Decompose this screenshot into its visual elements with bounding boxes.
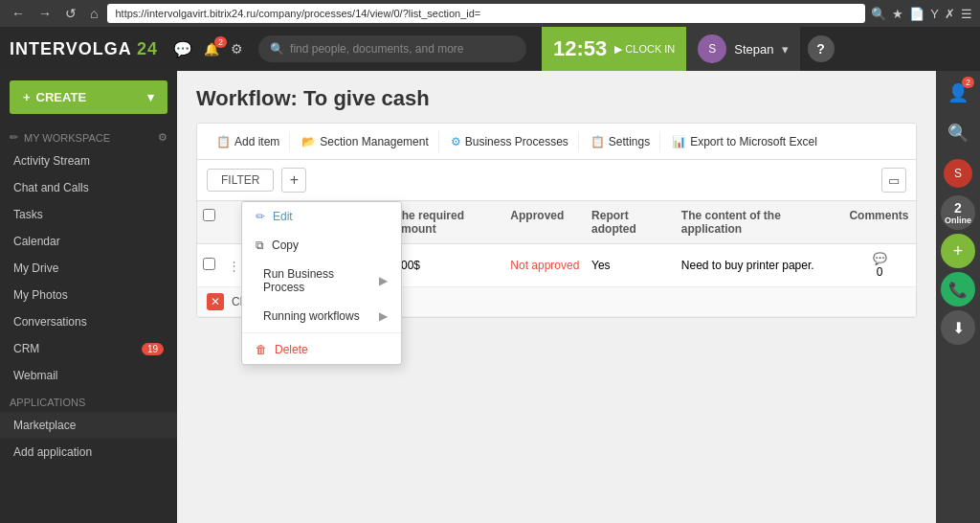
browser-icon-5[interactable]: ✗ [945, 7, 955, 21]
edit-icon: ✏ [256, 210, 265, 223]
edit-label: Edit [273, 210, 293, 223]
select-all-checkbox[interactable] [203, 209, 215, 221]
sidebar-item-marketplace[interactable]: Marketplace [0, 412, 177, 439]
create-dropdown-icon: ▾ [147, 90, 154, 104]
settings-label: Settings [609, 135, 650, 148]
main-layout: + CREATE ▾ ✏ MY WORKSPACE ⚙ Activity Str… [0, 71, 980, 523]
context-menu-separator [242, 332, 401, 333]
th-report[interactable]: Report adopted [586, 201, 676, 243]
row-content: Need to buy printer paper. [676, 251, 844, 280]
forward-button[interactable]: → [34, 4, 56, 23]
row-amount: 100$ [389, 251, 504, 280]
workspace-label: MY WORKSPACE [24, 132, 110, 144]
logo: INTERVOLGA 24 [10, 39, 158, 59]
app-header: INTERVOLGA 24 💬 🔔 2 ⚙ 🔍 find people, doc… [0, 27, 980, 71]
header-icons: 💬 🔔 2 ⚙ [173, 40, 243, 58]
notification-bell[interactable]: 🔔 2 [204, 42, 219, 57]
sidebar-item-crm[interactable]: CRM 19 [0, 335, 177, 362]
help-button[interactable]: ? [808, 35, 835, 62]
section-management-label: Section Management [320, 135, 428, 148]
clock-in-button[interactable]: ▶ CLOCK IN [614, 43, 675, 56]
search-icon: 🔍 [270, 42, 284, 56]
search-placeholder: find people, documents, and more [290, 42, 463, 56]
page-title: Workflow: To give cash [196, 86, 917, 111]
user-area: S Stepan ▾ [686, 27, 799, 71]
workspace-section: ✏ MY WORKSPACE ⚙ [0, 124, 177, 148]
browser-icon-4[interactable]: Y [930, 7, 939, 21]
th-amount[interactable]: The required amount [389, 201, 504, 243]
home-button[interactable]: ⌂ [86, 4, 101, 23]
sidebar-item-calendar[interactable]: Calendar [0, 228, 177, 255]
context-menu-run-bp[interactable]: Run Business Process ▶ [242, 260, 401, 302]
workspace-settings-icon[interactable]: ⚙ [158, 131, 167, 144]
browser-icon-6[interactable]: ☰ [961, 7, 972, 21]
clock-area: 12:53 ▶ CLOCK IN [542, 27, 686, 71]
row-approved: Not approved [504, 251, 586, 280]
export-excel-button[interactable]: 📊 Export to Microsoft Excel [662, 131, 827, 152]
sidebar-item-conversations[interactable]: Conversations [0, 308, 177, 335]
view-toggle-button[interactable]: ▭ [881, 168, 906, 193]
browser-icon-3[interactable]: 📄 [909, 7, 924, 21]
sidebar-item-webmail[interactable]: Webmail [0, 362, 177, 389]
user-dropdown-icon[interactable]: ▾ [782, 42, 789, 57]
user-name[interactable]: Stepan [734, 42, 773, 57]
context-menu-edit[interactable]: ✏ Edit [242, 202, 401, 231]
download-button[interactable]: ⬇ [941, 310, 975, 345]
right-notification-icon[interactable]: 👤 2 [940, 75, 976, 111]
download-icon: ⬇ [952, 319, 965, 337]
online-button[interactable]: 2 Online [941, 195, 975, 230]
sidebar-item-chat-calls[interactable]: Chat and Calls [0, 174, 177, 201]
sidebar-item-activity-stream[interactable]: Activity Stream [0, 148, 177, 174]
sidebar-item-my-photos[interactable]: My Photos [0, 282, 177, 308]
add-circle-button[interactable]: + [941, 234, 975, 268]
back-button[interactable]: ← [8, 4, 29, 23]
sidebar-item-my-drive[interactable]: My Drive [0, 255, 177, 282]
business-processes-button[interactable]: ⚙ Business Processes [441, 131, 579, 152]
right-sidebar: 👤 2 🔍 S 2 Online + 📞 ⬇ [936, 71, 980, 523]
add-item-label: Add item [234, 135, 279, 148]
th-comments[interactable]: Comments [843, 201, 916, 243]
row-checkbox[interactable] [197, 250, 224, 281]
sidebar-item-tasks[interactable]: Tasks [0, 201, 177, 228]
th-content[interactable]: The content of the application [676, 201, 844, 243]
right-avatar-icon[interactable]: S [940, 155, 976, 192]
add-filter-button[interactable]: + [281, 168, 306, 193]
create-button[interactable]: + CREATE ▾ [10, 80, 167, 114]
browser-icon-2[interactable]: ★ [892, 7, 903, 21]
browser-icon-1[interactable]: 🔍 [871, 7, 886, 21]
phone-button[interactable]: 📞 [941, 272, 975, 307]
refresh-button[interactable]: ↺ [61, 4, 80, 23]
clock-time: 12:53 [553, 36, 607, 61]
plus-circle-icon: + [953, 241, 964, 262]
add-item-icon: 📋 [216, 135, 231, 148]
run-bp-label: Run Business Process [263, 267, 371, 294]
context-menu-delete[interactable]: 🗑 Delete [242, 335, 401, 364]
context-menu-copy[interactable]: ⧉ Copy [242, 231, 401, 260]
applications-section: APPLICATIONS [0, 389, 177, 412]
url-bar[interactable]: https://intervolgavirt.bitrix24.ru/compa… [107, 4, 865, 23]
content-area: Workflow: To give cash 📋 Add item 📂 Sect… [177, 71, 936, 523]
filter-row: FILTER + ▭ [197, 160, 916, 201]
right-search-icon[interactable]: 🔍 [940, 115, 976, 151]
comment-icon: 💬 [873, 252, 887, 265]
search-bar[interactable]: 🔍 find people, documents, and more [258, 35, 526, 62]
copy-icon: ⧉ [256, 239, 264, 252]
th-approved[interactable]: Approved [504, 201, 586, 243]
crm-badge: 19 [142, 343, 164, 355]
row-comments: 💬 0 [843, 244, 916, 286]
context-menu-running-wf[interactable]: Running workflows ▶ [242, 302, 401, 330]
section-management-button[interactable]: 📂 Section Management [292, 131, 438, 152]
search-right-icon: 🔍 [947, 123, 969, 144]
sidebar-item-add-application[interactable]: Add application [0, 439, 177, 466]
add-item-button[interactable]: 📋 Add item [207, 131, 290, 152]
settings-button[interactable]: 📋 Settings [581, 131, 660, 152]
right-user-avatar: S [944, 159, 972, 188]
excel-icon: 📊 [672, 135, 686, 148]
remove-item-button[interactable]: ✕ [207, 293, 224, 310]
settings-header-icon[interactable]: ⚙ [231, 41, 243, 57]
filter-button[interactable]: FILTER [207, 169, 274, 192]
th-checkbox [197, 201, 224, 243]
phone-icon: 📞 [948, 281, 968, 299]
chat-icon[interactable]: 💬 [173, 40, 192, 58]
browser-icons: 🔍 ★ 📄 Y ✗ ☰ [871, 7, 972, 21]
